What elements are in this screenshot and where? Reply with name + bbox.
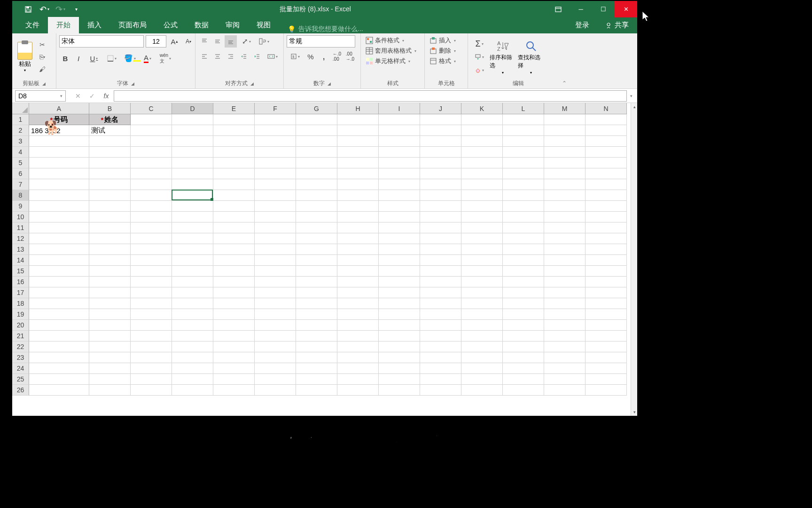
cell-J20[interactable] [420,320,461,331]
cell-D26[interactable] [172,385,213,396]
cell-K13[interactable] [461,244,503,255]
cell-H19[interactable] [337,309,379,320]
cell-F13[interactable] [255,244,296,255]
row-header-3[interactable]: 3 [12,136,29,147]
cell-K21[interactable] [461,331,503,341]
cell-N6[interactable] [586,168,627,179]
cell-B12[interactable] [89,233,131,244]
cell-D4[interactable] [172,147,213,158]
cell-J15[interactable] [420,266,461,277]
row-header-12[interactable]: 12 [12,233,29,244]
cell-E22[interactable] [213,341,255,352]
cell-I8[interactable] [379,190,420,201]
cell-L26[interactable] [503,385,544,396]
row-header-2[interactable]: 2 [12,125,29,136]
cell-M12[interactable] [544,233,586,244]
cell-L6[interactable] [503,168,544,179]
cell-A18[interactable] [29,298,89,309]
cell-I13[interactable] [379,244,420,255]
cell-M19[interactable] [544,309,586,320]
cell-F6[interactable] [255,168,296,179]
cell-C4[interactable] [131,147,172,158]
phonetic-button[interactable]: wén文 [157,52,174,64]
cell-D16[interactable] [172,277,213,287]
cell-N14[interactable] [586,255,627,266]
cell-D18[interactable] [172,298,213,309]
cell-J8[interactable] [420,190,461,201]
cell-N4[interactable] [586,147,627,158]
cell-H21[interactable] [337,331,379,341]
cell-L17[interactable] [503,287,544,298]
cell-E25[interactable] [213,374,255,385]
cell-B18[interactable] [89,298,131,309]
cell-M13[interactable] [544,244,586,255]
cell-L4[interactable] [503,147,544,158]
cell-M17[interactable] [544,287,586,298]
cell-N15[interactable] [586,266,627,277]
cell-E26[interactable] [213,385,255,396]
cell-K18[interactable] [461,298,503,309]
cells-area[interactable]: *号码*姓名186 3652测试 [29,114,631,416]
cell-G3[interactable] [296,136,337,147]
cell-N16[interactable] [586,277,627,287]
cell-K2[interactable] [461,125,503,136]
cell-J1[interactable] [420,114,461,125]
cell-A23[interactable] [29,352,89,363]
cell-D11[interactable] [172,222,213,233]
cell-E10[interactable] [213,212,255,222]
cell-H12[interactable] [337,233,379,244]
col-header-L[interactable]: L [503,103,544,114]
cell-N19[interactable] [586,309,627,320]
fill-button[interactable] [471,51,488,63]
cell-C24[interactable] [131,363,172,374]
cell-F18[interactable] [255,298,296,309]
cell-E1[interactable] [213,114,255,125]
cell-K3[interactable] [461,136,503,147]
cell-F7[interactable] [255,179,296,190]
cell-B2[interactable]: 测试 [89,125,131,136]
cell-K14[interactable] [461,255,503,266]
cell-N8[interactable] [586,190,627,201]
cell-G19[interactable] [296,309,337,320]
collapse-ribbon-button[interactable]: ⌃ [562,80,567,87]
cell-F19[interactable] [255,309,296,320]
cell-G18[interactable] [296,298,337,309]
row-header-4[interactable]: 4 [12,147,29,158]
cell-D17[interactable] [172,287,213,298]
cell-N7[interactable] [586,179,627,190]
cell-D22[interactable] [172,341,213,352]
cell-L20[interactable] [503,320,544,331]
alignment-launcher-icon[interactable]: ◢ [250,81,254,86]
cell-N1[interactable] [586,114,627,125]
undo-button[interactable]: ↶▾ [37,3,52,16]
cell-H16[interactable] [337,277,379,287]
row-header-21[interactable]: 21 [12,331,29,341]
cell-A9[interactable] [29,201,89,212]
cell-L8[interactable] [503,190,544,201]
cell-J13[interactable] [420,244,461,255]
cell-I20[interactable] [379,320,420,331]
cell-F22[interactable] [255,341,296,352]
cell-A6[interactable] [29,168,89,179]
cell-G6[interactable] [296,168,337,179]
cell-L9[interactable] [503,201,544,212]
cell-K11[interactable] [461,222,503,233]
cell-E18[interactable] [213,298,255,309]
row-header-15[interactable]: 15 [12,266,29,277]
cell-A22[interactable] [29,341,89,352]
merge-button[interactable] [264,50,281,63]
cell-J12[interactable] [420,233,461,244]
cell-G1[interactable] [296,114,337,125]
underline-button[interactable]: U [86,52,102,64]
row-header-25[interactable]: 25 [12,374,29,385]
cell-C6[interactable] [131,168,172,179]
cell-E6[interactable] [213,168,255,179]
autosum-button[interactable]: Σ [471,38,488,50]
cell-E7[interactable] [213,179,255,190]
cell-E3[interactable] [213,136,255,147]
cell-M25[interactable] [544,374,586,385]
col-header-F[interactable]: F [255,103,296,114]
cell-E5[interactable] [213,158,255,168]
row-header-10[interactable]: 10 [12,212,29,222]
cell-H6[interactable] [337,168,379,179]
